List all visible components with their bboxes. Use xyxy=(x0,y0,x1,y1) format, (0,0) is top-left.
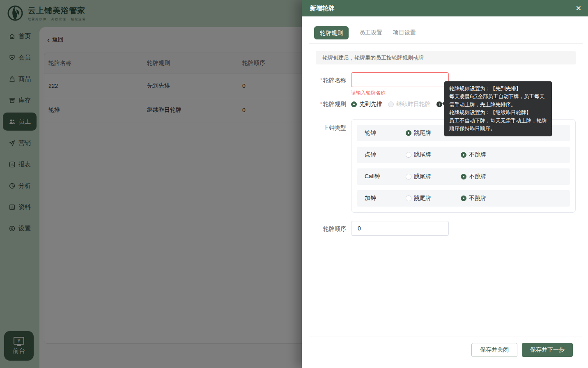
notice-banner: 轮牌创建后，轮牌里的员工按轮牌规则动牌 xyxy=(316,51,576,64)
clock-row-call: Call钟 跳尾牌 不跳牌 xyxy=(357,168,570,185)
clock-type-label: 上钟类型 xyxy=(302,124,346,132)
required-asterisk: * xyxy=(320,77,322,83)
tab-rotation-rules[interactable]: 轮牌规则 xyxy=(314,26,349,39)
save-and-close-button[interactable]: 保存并关闭 xyxy=(471,343,517,357)
app-root: 云上铺美浴管家 经营好伙伴 · 高效管理 · 轻松运营 首页 会员 商品 库存 xyxy=(0,0,588,368)
name-field-label: *轮牌名称 xyxy=(302,77,346,84)
radio-checked-icon xyxy=(461,196,466,201)
radio-unchecked-icon xyxy=(406,196,411,201)
info-icon[interactable]: i xyxy=(436,101,442,107)
radio-checked-icon xyxy=(461,174,466,179)
radio-checked-icon xyxy=(351,101,357,107)
drawer-header: 新增轮牌 ✕ xyxy=(302,0,588,16)
clock-row-name: Call钟 xyxy=(365,173,406,180)
radio-skip-tail[interactable]: 跳尾牌 xyxy=(406,173,461,180)
rule-field-label: *轮牌规则 xyxy=(302,101,346,108)
clock-row-name: 轮钟 xyxy=(365,129,406,137)
tab-staff-settings[interactable]: 员工设置 xyxy=(359,29,382,37)
radio-continue-yesterday[interactable]: 继续昨日轮牌 xyxy=(388,101,431,108)
tooltip-line: 轮牌规则设置为：【先到先排】 xyxy=(449,85,547,93)
footer-divider xyxy=(309,336,583,336)
clock-row-appointed: 点钟 跳尾牌 不跳牌 xyxy=(357,147,570,163)
clock-row-extra: 加钟 跳尾牌 不跳牌 xyxy=(357,190,570,207)
radio-first-come-first-serve[interactable]: 先到先排 xyxy=(351,101,382,108)
tooltip-line: 员工不自动下牌，每天无需手动上牌，轮牌顺序保持昨日顺序。 xyxy=(449,117,547,133)
clock-row-name: 点钟 xyxy=(365,151,406,159)
radio-checked-icon xyxy=(461,152,466,158)
radio-no-skip[interactable]: 不跳牌 xyxy=(461,151,486,159)
radio-no-skip[interactable]: 不跳牌 xyxy=(461,195,486,202)
tooltip-line: 每天凌晨6点全部员工自动下牌，员工每天需手动上牌，先上牌先排序。 xyxy=(449,93,547,109)
close-button[interactable]: ✕ xyxy=(576,0,581,16)
close-icon: ✕ xyxy=(576,4,581,13)
add-rotation-drawer: 新增轮牌 ✕ 轮牌规则 员工设置 项目设置 轮牌创建后，轮牌里的员工按轮牌规则动… xyxy=(302,0,588,368)
order-input[interactable]: 0 xyxy=(351,221,449,236)
radio-unchecked-icon xyxy=(388,101,394,107)
tabs-divider xyxy=(309,43,583,44)
radio-checked-icon xyxy=(406,130,411,136)
rule-tooltip: 轮牌规则设置为：【先到先排】 每天凌晨6点全部员工自动下牌，员工每天需手动上牌，… xyxy=(444,81,552,136)
radio-no-skip[interactable]: 不跳牌 xyxy=(461,173,486,180)
required-asterisk: * xyxy=(320,101,322,107)
name-error-message: 请输入轮牌名称 xyxy=(351,90,386,97)
save-and-next-button[interactable]: 保存并下一步 xyxy=(522,343,573,357)
tab-project-settings[interactable]: 项目设置 xyxy=(393,29,416,37)
drawer-title: 新增轮牌 xyxy=(310,0,335,16)
tooltip-line: 轮牌规则设置为：【继续昨日轮牌】 xyxy=(449,109,547,117)
rule-radio-group: 先到先排 继续昨日轮牌 i xyxy=(351,101,442,108)
radio-unchecked-icon xyxy=(406,174,411,179)
radio-skip-tail[interactable]: 跳尾牌 xyxy=(406,151,461,159)
clock-row-name: 加钟 xyxy=(365,195,406,202)
name-input[interactable] xyxy=(351,72,449,87)
order-field-label: 轮牌顺序 xyxy=(302,225,346,233)
radio-skip-tail[interactable]: 跳尾牌 xyxy=(406,195,461,202)
drawer-tabs: 轮牌规则 员工设置 项目设置 xyxy=(314,26,416,39)
radio-unchecked-icon xyxy=(406,152,411,158)
